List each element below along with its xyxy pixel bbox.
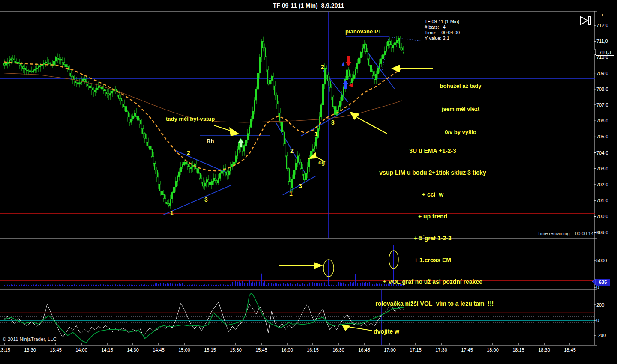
price-axis-label: 711,0 bbox=[596, 39, 608, 44]
price-axis-label: 706,0 bbox=[596, 118, 608, 123]
annotation-double-w: dvojite w bbox=[374, 328, 399, 335]
sequence-marker-1: 1 bbox=[170, 209, 174, 216]
time-axis-label: 15:30 bbox=[230, 347, 242, 352]
time-remaining-status: Time remaining = 00:00:14 bbox=[537, 231, 593, 236]
sequence-marker-2: 2 bbox=[321, 63, 324, 70]
time-axis-label: 16:30 bbox=[332, 347, 344, 352]
sequence-marker-1: 1 bbox=[314, 131, 318, 137]
time-axis-label: 16:00 bbox=[281, 347, 293, 352]
price-axis-label: 702,0 bbox=[596, 182, 608, 187]
time-axis-label: 15:15 bbox=[204, 347, 216, 352]
sequence-marker-3: 3 bbox=[204, 196, 208, 203]
sequence-marker-2: 2 bbox=[187, 149, 190, 156]
data-box-time: Time: 00:04:00 bbox=[425, 30, 466, 36]
price-axis-label: 707,0 bbox=[596, 102, 608, 107]
price-axis-label: 703,0 bbox=[596, 166, 608, 171]
price-axis-label: 704,0 bbox=[596, 150, 608, 155]
time-axis-label: 18:15 bbox=[512, 347, 524, 352]
volume-axis-label: 5000 bbox=[596, 258, 607, 263]
copyright-text: © 2011 NinjaTrader, LLC bbox=[3, 337, 57, 342]
annotation-analysis-block: 3U u EMA +1-2-3 vsup LIM u bodu 2+1tick … bbox=[372, 133, 494, 322]
time-axis-label: 13:45 bbox=[50, 347, 62, 352]
time-axis-label: 17:30 bbox=[435, 347, 447, 352]
price-axis-label: 701,0 bbox=[596, 198, 608, 203]
time-axis-label: 13:15 bbox=[0, 347, 10, 352]
time-axis-label: 18:00 bbox=[487, 347, 499, 352]
cci-axis-label: 0 bbox=[596, 318, 599, 323]
last-volume-badge: 635 bbox=[596, 279, 610, 286]
time-axis-label: 16:45 bbox=[358, 347, 370, 352]
sequence-marker-1: 1 bbox=[289, 190, 293, 197]
ninjatrader-chart-window: TF 09-11 (1 Min) 8.9.2011 TF 09-11 (1 Mi… bbox=[0, 0, 617, 364]
cci-axis-label: -200 bbox=[596, 333, 606, 338]
time-axis-label: 14:15 bbox=[101, 347, 113, 352]
time-axis-label: 15:45 bbox=[255, 347, 267, 352]
data-box-bars: # bars: 4 bbox=[425, 24, 466, 30]
time-axis-label: 18:30 bbox=[538, 347, 550, 352]
price-axis-label: 712,0 bbox=[596, 23, 608, 28]
sequence-marker-3: 3 bbox=[331, 119, 335, 126]
chart-title: TF 09-11 (1 Min) 8.9.2011 bbox=[0, 2, 617, 9]
fixed-scale-button[interactable]: F bbox=[600, 12, 606, 18]
time-axis-label: 15:00 bbox=[178, 347, 190, 352]
annotation-planned-pt: plánované PT bbox=[345, 28, 382, 35]
time-axis-label: 18:45 bbox=[564, 347, 576, 352]
data-box-title: TF 09-11 (1 Min) bbox=[425, 19, 466, 24]
chart-canvas[interactable] bbox=[0, 0, 617, 364]
price-axis-label: 700,0 bbox=[596, 214, 608, 219]
annotation-entry-note: tady měl být vstup bbox=[166, 116, 215, 122]
time-axis-label: 16:15 bbox=[307, 347, 319, 352]
time-axis-label: 17:15 bbox=[410, 347, 422, 352]
sequence-marker-2: 2 bbox=[290, 147, 294, 154]
time-axis-label: 17:00 bbox=[384, 347, 396, 352]
sequence-marker-3: 3 bbox=[299, 182, 302, 189]
cci-axis-label: 200 bbox=[596, 302, 604, 307]
annotation-cg-label: cg bbox=[318, 159, 325, 166]
last-price-badge: 710,3 bbox=[596, 49, 614, 56]
time-axis-label: 14:00 bbox=[75, 347, 87, 352]
price-axis-label: 709,0 bbox=[596, 71, 608, 76]
time-axis-label: 17:45 bbox=[461, 347, 473, 352]
price-axis-label: 699,0 bbox=[596, 230, 608, 235]
price-axis-label: 705,0 bbox=[596, 134, 608, 139]
data-box-yvalue: Y value: 2,1 bbox=[425, 36, 466, 41]
time-axis-label: 14:45 bbox=[153, 347, 165, 352]
data-box-tooltip: TF 09-11 (1 Min) # bars: 4 Time: 00:04:0… bbox=[423, 18, 467, 42]
price-axis-label: 708,0 bbox=[596, 87, 608, 92]
annotation-rh-label: Rh bbox=[207, 138, 214, 144]
time-axis-label: 13:30 bbox=[24, 347, 36, 352]
time-axis-label: 14:30 bbox=[127, 347, 139, 352]
